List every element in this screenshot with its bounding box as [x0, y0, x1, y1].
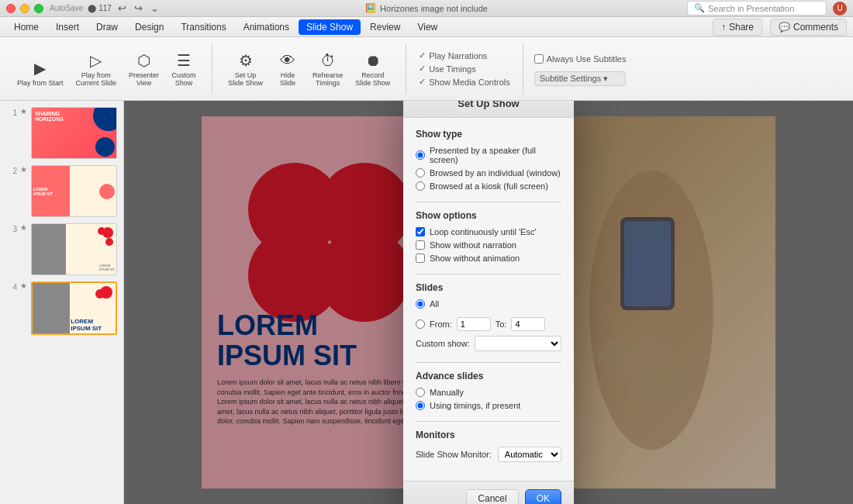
maximize-button[interactable]	[34, 4, 43, 13]
subtitle-settings-label: Subtitle Settings ▾	[540, 74, 609, 84]
record-button[interactable]: ⏺ RecordSlide Show	[351, 49, 395, 90]
radio-manually-label: Manually	[430, 388, 464, 397]
radio-individual-label: Browsed by an individual (window)	[430, 168, 561, 178]
slide-thumb-2[interactable]: LOREM IPSUM SIT	[31, 165, 117, 217]
custom-show-text: Custom show:	[416, 339, 470, 348]
menu-animations[interactable]: Animations	[236, 19, 297, 35]
radio-all-input[interactable]	[416, 299, 425, 309]
setup-show-modal: Set Up Show Show type Presented by a spe…	[403, 101, 574, 504]
undo-icon[interactable]: ↩	[116, 1, 128, 16]
always-subtitles-checkbox[interactable]	[534, 54, 544, 64]
presenter-icon: ⬡	[137, 51, 150, 70]
ribbon-sep-3	[523, 43, 523, 94]
menu-view[interactable]: View	[409, 19, 445, 35]
slide-item-3[interactable]: 3 ★ LOREM IPSUM SIT	[5, 222, 119, 277]
show-media-check[interactable]: ✓ Show Media Controls	[417, 76, 512, 88]
ribbon-playback-items: ▶ Play from Start ▷ Play fromCurrent Sli…	[12, 48, 201, 90]
menu-design[interactable]: Design	[127, 19, 171, 35]
rehearse-label: RehearseTimings	[313, 71, 343, 87]
slide-number-4: 4	[6, 281, 17, 292]
menu-transitions[interactable]: Transitions	[173, 19, 233, 35]
radio-kiosk-input[interactable]	[416, 181, 425, 191]
radio-kiosk[interactable]: Browsed at a kiosk (full screen)	[416, 181, 561, 191]
to-input[interactable]	[511, 317, 545, 331]
file-icon: 🖼️	[365, 3, 376, 13]
slide-number-1: 1	[6, 107, 17, 117]
menu-review[interactable]: Review	[362, 19, 408, 35]
hide-slide-button[interactable]: 👁 HideSlide	[271, 49, 305, 90]
no-animation-checkbox-item[interactable]: Show without animation	[416, 254, 561, 263]
from-input[interactable]	[457, 317, 491, 331]
use-timings-check[interactable]: ✓ Use Timings	[417, 63, 512, 74]
radio-all[interactable]: All	[416, 299, 439, 309]
slide-thumb-3[interactable]: LOREM IPSUM SIT	[31, 223, 117, 275]
to-label: To:	[496, 319, 507, 329]
radio-timings-input[interactable]	[416, 401, 425, 410]
menu-slideshow[interactable]: Slide Show	[299, 19, 361, 35]
slide-item-2[interactable]: 2 ★ LOREM IPSUM SIT	[5, 164, 119, 219]
more-icon[interactable]: ⌄	[149, 1, 161, 16]
user-avatar[interactable]: U	[833, 2, 847, 16]
modal-title: Set Up Show	[403, 101, 574, 118]
radio-manually[interactable]: Manually	[416, 388, 561, 397]
radio-timings[interactable]: Using timings, if present	[416, 401, 561, 410]
share-button[interactable]: ↑ Share	[713, 19, 762, 36]
setup-label: Set UpSlide Show	[228, 71, 263, 87]
slide-item-1[interactable]: 1 ★ SHARING HORIZONS	[5, 105, 119, 161]
loop-checkbox[interactable]	[416, 227, 425, 236]
ribbon: ▶ Play from Start ▷ Play fromCurrent Sli…	[0, 37, 853, 101]
radio-fromto-input[interactable]	[416, 319, 425, 329]
modal-divider-2	[416, 274, 561, 274]
menu-bar: Home Insert Draw Design Transitions Anim…	[0, 17, 853, 37]
radio-manually-input[interactable]	[416, 388, 425, 397]
always-subtitles-label: Always Use Subtitles	[547, 54, 627, 64]
show-type-label: Show type	[416, 129, 561, 140]
play-from-start-button[interactable]: ▶ Play from Start	[12, 56, 68, 90]
minimize-button[interactable]	[20, 4, 29, 13]
slides-section: Slides All From:	[416, 282, 561, 351]
menu-draw[interactable]: Draw	[88, 19, 126, 35]
show-media-label: Show Media Controls	[429, 78, 510, 87]
rehearse-button[interactable]: ⏱ RehearseTimings	[308, 49, 347, 90]
radio-individual[interactable]: Browsed by an individual (window)	[416, 168, 561, 178]
monitors-section: Monitors Slide Show Monitor: Automatic	[416, 430, 561, 462]
menu-home[interactable]: Home	[6, 19, 47, 35]
no-narration-label: Show without narration	[430, 240, 516, 250]
hide-label: HideSlide	[280, 71, 295, 87]
no-animation-checkbox[interactable]	[416, 254, 425, 263]
radio-speaker-input[interactable]	[416, 150, 425, 160]
play-narrations-check[interactable]: ✓ Play Narrations	[417, 50, 512, 61]
subtitle-settings-button[interactable]: Subtitle Settings ▾	[534, 71, 627, 86]
monitor-select[interactable]: Automatic	[498, 447, 561, 462]
search-bar[interactable]: 🔍 Search in Presentation	[687, 1, 827, 16]
slide-star-1: ★	[20, 107, 28, 116]
slide-thumb-4[interactable]: LOREM IPSUM SIT	[31, 281, 117, 335]
close-button[interactable]	[6, 4, 16, 13]
no-narration-checkbox-item[interactable]: Show without narration	[416, 240, 561, 250]
monitors-label: Monitors	[416, 430, 561, 440]
menu-insert[interactable]: Insert	[48, 19, 87, 35]
custom-show-select[interactable]	[475, 336, 561, 351]
from-label: From:	[430, 319, 452, 329]
window-title: Horizones image not include	[380, 4, 488, 13]
ribbon-subtitle-group: Always Use Subtitles Subtitle Settings ▾	[528, 40, 633, 97]
radio-speaker[interactable]: Presented by a speaker (full screen)	[416, 146, 561, 164]
ok-button[interactable]: OK	[525, 489, 561, 505]
slide-item-4[interactable]: 4 ★ LOREM IPSUM SIT	[5, 280, 119, 337]
loop-checkbox-item[interactable]: Loop continuously until 'Esc'	[416, 227, 561, 236]
slide-thumb-1[interactable]: SHARING HORIZONS	[31, 107, 117, 159]
show-options-section: Show options Loop continuously until 'Es…	[416, 210, 561, 263]
record-icon: ⏺	[365, 52, 381, 70]
radio-fromto[interactable]	[416, 319, 425, 329]
presenter-view-button[interactable]: ⬡ PresenterView	[124, 48, 164, 90]
no-narration-checkbox[interactable]	[416, 240, 425, 250]
cancel-button[interactable]: Cancel	[466, 489, 518, 505]
play-current-label: Play fromCurrent Slide	[76, 71, 117, 87]
radio-individual-input[interactable]	[416, 168, 425, 178]
play-current-button[interactable]: ▷ Play fromCurrent Slide	[71, 48, 122, 90]
redo-icon[interactable]: ↪	[133, 1, 144, 16]
setup-slideshow-button[interactable]: ⚙ Set UpSlide Show	[223, 48, 268, 90]
slide-star-3: ★	[20, 223, 28, 232]
comments-button[interactable]: 💬 Comments	[770, 19, 847, 36]
custom-show-button[interactable]: ☰ CustomShow	[167, 48, 201, 90]
